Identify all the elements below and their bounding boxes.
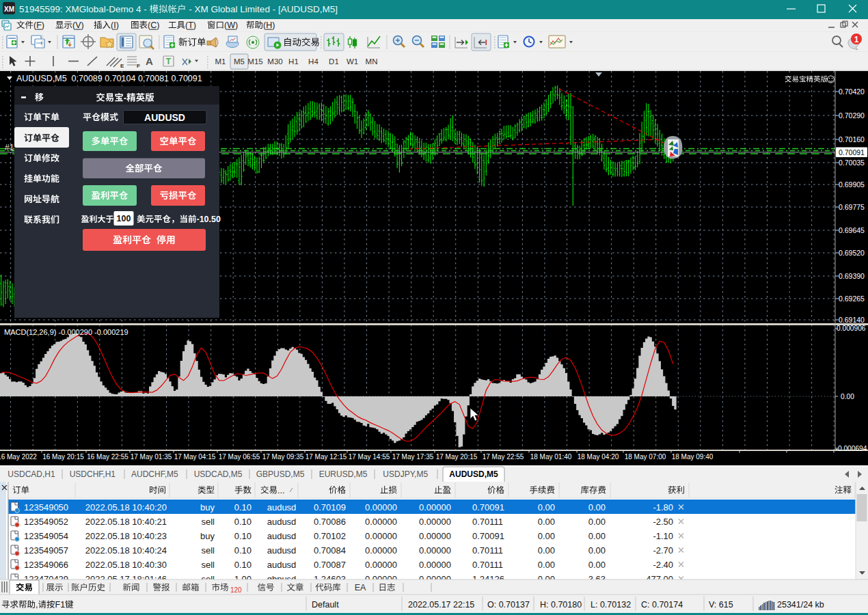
svg-text:18 May 01:40: 18 May 01:40 [530, 453, 572, 461]
svg-text:(T): (T) [185, 20, 196, 30]
svg-text:0.69775: 0.69775 [839, 203, 865, 211]
svg-text:0.00000: 0.00000 [419, 560, 451, 570]
svg-text:0.70160: 0.70160 [839, 135, 865, 144]
svg-text:25341/24 kb: 25341/24 kb [777, 600, 824, 610]
svg-text:AUDCHF,M5: AUDCHF,M5 [131, 469, 178, 479]
svg-text:-0.000694: -0.000694 [836, 445, 867, 452]
svg-text:18 May 09:40: 18 May 09:40 [672, 453, 714, 461]
svg-text:17 May 12:15: 17 May 12:15 [306, 453, 347, 461]
svg-text:100: 100 [117, 214, 131, 223]
svg-text:E: E [120, 63, 124, 69]
svg-text:sell: sell [202, 545, 215, 556]
svg-text:16 May 2022: 16 May 2022 [0, 453, 37, 461]
svg-text:M30: M30 [267, 57, 282, 66]
svg-text:Default: Default [312, 600, 339, 610]
svg-text:0.70290: 0.70290 [839, 111, 865, 120]
svg-text:0.70111: 0.70111 [472, 545, 503, 556]
svg-text:0.69905: 0.69905 [839, 180, 865, 189]
svg-text:123549052: 123549052 [24, 517, 68, 527]
svg-text:0.70109: 0.70109 [314, 502, 346, 512]
svg-text:17 May 22:55: 17 May 22:55 [483, 453, 524, 461]
svg-text:17 May 20:15: 17 May 20:15 [436, 453, 478, 461]
svg-text:0.69390: 0.69390 [839, 272, 865, 280]
svg-text:H4: H4 [308, 57, 318, 66]
svg-text:0.00: 0.00 [588, 545, 606, 556]
svg-text:MN: MN [366, 57, 378, 66]
svg-text:...: ... [277, 486, 284, 495]
svg-text:0.00000: 0.00000 [365, 502, 397, 512]
svg-text:1: 1 [854, 35, 859, 44]
svg-text:0.00: 0.00 [588, 517, 606, 527]
svg-text:0.00: 0.00 [588, 502, 606, 512]
svg-text:audusd: audusd [267, 560, 297, 570]
svg-text:0.00: 0.00 [588, 560, 606, 570]
svg-text:17 May 06:55: 17 May 06:55 [219, 453, 260, 461]
svg-text:sell: sell [202, 560, 215, 570]
svg-text:(W): (W) [224, 20, 238, 30]
svg-text:0.69265: 0.69265 [839, 295, 865, 303]
svg-text:USDCAD,M5: USDCAD,M5 [194, 469, 243, 479]
svg-text:A: A [146, 55, 153, 67]
svg-text:-2.70: -2.70 [653, 545, 673, 556]
svg-text:0.70087: 0.70087 [314, 560, 346, 570]
svg-text:EURUSD,M5: EURUSD,M5 [319, 469, 368, 479]
svg-text:2022.05.18 10:40:21: 2022.05.18 10:40:21 [85, 517, 167, 527]
svg-text:0.00: 0.00 [538, 560, 555, 570]
svg-text:0.00000: 0.00000 [365, 517, 397, 527]
svg-text:V: 615: V: 615 [709, 600, 733, 610]
svg-text:0.70086: 0.70086 [314, 517, 346, 527]
svg-text:-10.50: -10.50 [197, 215, 221, 224]
svg-text:18 May 07:00: 18 May 07:00 [625, 453, 666, 461]
svg-text:0.00000: 0.00000 [419, 531, 451, 541]
svg-text:0.69140: 0.69140 [839, 316, 865, 324]
svg-text:0.00: 0.00 [538, 531, 555, 541]
svg-text:0.00: 0.00 [538, 502, 555, 512]
svg-text:51945599: XMGlobal-Demo 4 -: 51945599: XMGlobal-Demo 4 - [19, 4, 150, 14]
svg-text:T: T [166, 57, 172, 66]
svg-text:17 May 14:55: 17 May 14:55 [349, 453, 390, 461]
svg-text:H1: H1 [288, 57, 299, 66]
svg-text:0.000906: 0.000906 [837, 325, 866, 332]
svg-text:AUDUSD,M5 0.70089 0.70104 0.7: AUDUSD,M5 0.70089 0.70104 0.70081 0.7009… [16, 74, 202, 83]
svg-text:0.00000: 0.00000 [419, 517, 451, 527]
svg-text:0.70091: 0.70091 [472, 531, 504, 541]
svg-text:-1.80: -1.80 [653, 502, 673, 512]
svg-text:-: - [124, 93, 127, 103]
svg-text:F1: F1 [55, 600, 66, 610]
svg-text:M1: M1 [215, 57, 226, 66]
svg-text:120: 120 [230, 586, 242, 594]
svg-text:123549054: 123549054 [24, 531, 68, 541]
svg-text:audusd: audusd [267, 502, 297, 512]
svg-text:18 May 04:20: 18 May 04:20 [578, 453, 619, 461]
svg-text:0.00000: 0.00000 [365, 545, 397, 556]
svg-text:16 May 22:55: 16 May 22:55 [87, 453, 128, 461]
svg-text:-2.40: -2.40 [653, 560, 673, 570]
svg-text:AUDUSD: AUDUSD [144, 112, 185, 123]
svg-text:- XM Global Limited - [AUDUSD,: - XM Global Limited - [AUDUSD,M5] [187, 4, 338, 14]
svg-text:-1.10: -1.10 [653, 531, 673, 541]
svg-text:0.00000: 0.00000 [365, 531, 397, 541]
svg-text:0.70102: 0.70102 [314, 531, 346, 541]
svg-text:123549050: 123549050 [24, 502, 68, 512]
svg-text:F: F [137, 63, 140, 69]
svg-text:123549066: 123549066 [24, 560, 68, 570]
svg-text:0.70091: 0.70091 [472, 502, 504, 512]
svg-text:W1: W1 [347, 57, 358, 66]
svg-text:buy: buy [200, 531, 215, 541]
svg-text:H: 0.70180: H: 0.70180 [540, 600, 582, 610]
svg-text:0.00: 0.00 [538, 545, 555, 556]
svg-text:2022.05.18 10:40:23: 2022.05.18 10:40:23 [85, 531, 167, 541]
svg-text:0.00000: 0.00000 [419, 545, 451, 556]
svg-text:MACD(12,26,9) -0.000290 -0.000: MACD(12,26,9) -0.000290 -0.000219 [4, 328, 128, 336]
svg-text:17 May 01:35: 17 May 01:35 [131, 453, 172, 461]
svg-text:M15: M15 [247, 57, 262, 66]
svg-text:0.10: 0.10 [234, 517, 252, 527]
svg-text:0.10: 0.10 [234, 531, 252, 541]
svg-text:2022.05.18 10:40:20: 2022.05.18 10:40:20 [85, 502, 167, 512]
svg-text:M5: M5 [234, 57, 245, 66]
svg-text:123549057: 123549057 [24, 545, 68, 556]
svg-text:0.00: 0.00 [538, 517, 555, 527]
svg-text:O: 0.70137: O: 0.70137 [487, 600, 530, 610]
svg-text:GBPUSD,M5: GBPUSD,M5 [256, 469, 305, 479]
svg-text:0.10: 0.10 [234, 502, 252, 512]
